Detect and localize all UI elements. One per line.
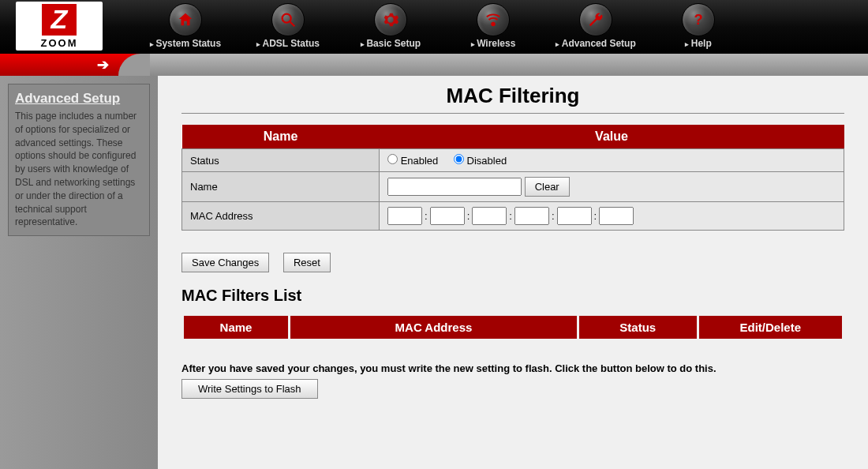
write-flash-button[interactable]: Write Settings to Flash: [181, 379, 318, 399]
flash-instruction: After you have saved your changes, you m…: [181, 362, 844, 374]
nav-help[interactable]: ? Help: [647, 3, 750, 49]
nav-system-status[interactable]: System Status: [134, 3, 237, 49]
filters-list-title: MAC Filters List: [181, 287, 844, 305]
nav-adsl-status[interactable]: ADSL Status: [237, 3, 339, 49]
help-icon: ?: [682, 3, 715, 36]
col-header-name: Name: [182, 125, 380, 149]
mac-seg-6[interactable]: [599, 207, 634, 225]
nav-label: Help: [685, 38, 712, 49]
clear-button[interactable]: Clear: [525, 177, 570, 197]
nav-label: Wireless: [471, 38, 516, 49]
nav-wireless[interactable]: Wireless: [442, 3, 544, 49]
nav-items: System Status ADSL Status Basic Setup Wi…: [134, 3, 750, 49]
sidebar: Advanced Setup This page includes a numb…: [0, 76, 158, 469]
wifi-icon: [477, 3, 510, 36]
mac-seg-3[interactable]: [472, 207, 507, 225]
ribbon-bar: [0, 54, 868, 76]
svg-point-2: [492, 23, 495, 26]
reset-button[interactable]: Reset: [283, 253, 331, 272]
home-icon: [169, 3, 202, 36]
config-table: Name Value Status Enabled Disabled Name …: [181, 125, 844, 231]
nav-label: ADSL Status: [256, 38, 320, 49]
svg-point-0: [282, 14, 291, 23]
sidebar-info-box: Advanced Setup This page includes a numb…: [8, 84, 150, 236]
svg-text:?: ?: [694, 11, 702, 28]
col-header-value: Value: [380, 125, 844, 149]
nav-label: Advanced Setup: [556, 38, 636, 49]
svg-line-1: [290, 22, 295, 27]
list-col-name: Name: [184, 316, 288, 339]
mac-seg-2[interactable]: [430, 207, 465, 225]
list-col-mac: MAC Address: [290, 316, 577, 339]
mac-seg-4[interactable]: [514, 207, 549, 225]
status-enabled-option[interactable]: Enabled: [387, 155, 438, 167]
status-disabled-radio[interactable]: [454, 154, 464, 164]
name-input[interactable]: [387, 178, 522, 196]
row-label-name: Name: [182, 172, 380, 202]
gear-icon: [374, 3, 407, 36]
status-enabled-radio[interactable]: [387, 154, 398, 164]
mac-seg-1[interactable]: [387, 207, 422, 225]
action-buttons: Save Changes Reset: [181, 253, 844, 272]
arrow-right-icon: [0, 54, 118, 76]
logo-z-icon: Z: [42, 4, 77, 36]
logo-text: ZOOM: [41, 37, 78, 49]
mac-seg-5[interactable]: [557, 207, 592, 225]
main-content: MAC Filtering Name Value Status Enabled …: [158, 76, 868, 469]
row-label-status: Status: [182, 149, 380, 172]
filters-list-table: Name MAC Address Status Edit/Delete: [181, 316, 844, 339]
nav-basic-setup[interactable]: Basic Setup: [339, 3, 442, 49]
logo: Z ZOOM: [16, 2, 103, 51]
status-disabled-option[interactable]: Disabled: [454, 155, 507, 167]
divider: [181, 113, 844, 114]
name-cell: Clear: [380, 172, 844, 202]
top-nav-bar: Z ZOOM System Status ADSL Status Basic S…: [0, 0, 868, 54]
sidebar-title: Advanced Setup: [15, 91, 143, 107]
nav-label: Basic Setup: [361, 38, 421, 49]
sidebar-description: This page includes a number of options f…: [15, 110, 143, 229]
row-label-mac: MAC Address: [182, 202, 380, 231]
list-col-edit: Edit/Delete: [699, 316, 843, 339]
list-col-status: Status: [579, 316, 697, 339]
mac-cell: :::::: [380, 202, 844, 231]
wrench-icon: [579, 3, 612, 36]
search-icon: [271, 3, 305, 36]
page-title: MAC Filtering: [181, 84, 844, 108]
status-radio-group: Enabled Disabled: [380, 149, 844, 172]
nav-label: System Status: [150, 38, 221, 49]
save-button[interactable]: Save Changes: [181, 253, 269, 272]
nav-advanced-setup[interactable]: Advanced Setup: [544, 3, 647, 49]
